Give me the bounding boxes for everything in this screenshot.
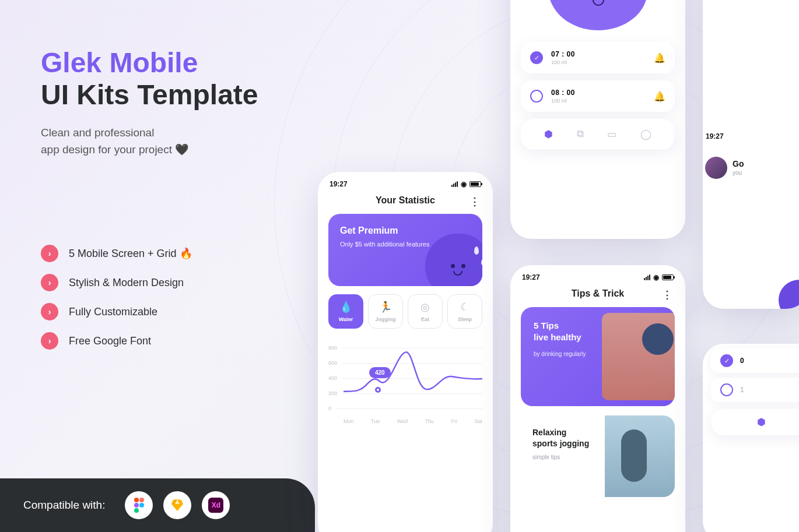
feature-text: Fully Customizable <box>69 306 157 318</box>
sketch-icon <box>163 491 191 519</box>
page-title: Your Statistic⋮ <box>318 193 493 214</box>
bottom-nav: ⬢ ⧉ ▭ ◯ <box>521 119 675 150</box>
status-bar: 19:27 ◉ <box>510 265 685 286</box>
phone-alarms: ✓ 07 : 00100 ml 🔔 08 : 00100 ml 🔔 ⬢ ⧉ ▭ … <box>510 0 685 239</box>
phone-tips: 19:27 ◉ Tips & Trick⋮ 5 Tips live health… <box>510 265 685 532</box>
hero: Glek Mobile UI Kits Template Clean and p… <box>41 47 344 158</box>
alarm-time: 07 : 00 <box>551 50 575 58</box>
status-time: 19:27 <box>706 132 724 140</box>
chevron-right-icon: › <box>41 332 58 350</box>
alarm-item[interactable]: 1 <box>711 378 799 402</box>
tip-card[interactable]: Relaxing sports jogging simple tips <box>521 415 675 497</box>
x-tick: Mon <box>344 418 354 424</box>
feature-text: 5 Mobile Screen + Grid 🔥 <box>69 247 192 260</box>
chart-badge: 420 <box>369 367 391 378</box>
alarm-volume: 100 ml <box>551 98 575 104</box>
signal-icon <box>644 274 650 280</box>
alarm-time: 08 : 00 <box>551 89 575 97</box>
status-time: 19:27 <box>522 273 540 281</box>
alarm-item[interactable]: ✓0 <box>711 348 799 373</box>
greeting-title: Go <box>733 159 744 168</box>
chevron-right-icon: › <box>41 303 58 320</box>
nav-book-icon[interactable]: ▭ <box>607 128 616 140</box>
y-tick: 200 <box>328 390 337 396</box>
chart-point <box>375 387 381 393</box>
wifi-icon: ◉ <box>461 180 467 188</box>
feature-item: ›Fully Customizable <box>41 303 192 320</box>
category-tabs: 💧Water 🏃Jogging ◎Eat ☾Sleep <box>318 286 493 337</box>
tip-image <box>605 415 675 497</box>
alarm-volume: 100 ml <box>551 59 575 65</box>
running-icon: 🏃 <box>371 301 400 313</box>
hero-title-line2: UI Kits Template <box>41 79 258 110</box>
tip-image <box>602 313 675 400</box>
bell-icon[interactable]: 🔔 <box>654 91 665 102</box>
page-title: Tips & Trick⋮ <box>510 286 685 307</box>
status-bar: 19:27 ◉ <box>318 172 493 193</box>
app-chips: Xd <box>125 491 230 519</box>
chevron-right-icon: › <box>41 274 58 291</box>
check-icon[interactable] <box>720 383 733 396</box>
decorative-circle <box>779 280 799 309</box>
hero-title: Glek Mobile UI Kits Template <box>41 47 344 111</box>
alarm-item[interactable]: ✓ 07 : 00100 ml 🔔 <box>521 42 675 73</box>
bell-icon[interactable]: 🔔 <box>654 52 665 64</box>
battery-icon <box>662 274 674 280</box>
tip-card[interactable]: 5 Tips live healthy by drinking regularl… <box>521 307 675 406</box>
nav-user-icon[interactable]: ◯ <box>640 128 651 140</box>
statistic-chart: 800 600 400 200 0 420 Mon Tue Wed Thu Fr… <box>318 337 493 428</box>
tab-eat[interactable]: ◎Eat <box>408 294 443 329</box>
moon-icon: ☾ <box>450 301 479 313</box>
xd-icon: Xd <box>202 491 230 519</box>
check-icon[interactable] <box>530 90 543 103</box>
x-tick: Sat <box>474 418 482 424</box>
tab-water[interactable]: 💧Water <box>328 294 363 329</box>
tab-jogging[interactable]: 🏃Jogging <box>368 294 403 329</box>
battery-icon <box>469 181 481 187</box>
tab-sleep[interactable]: ☾Sleep <box>447 294 482 329</box>
signal-icon <box>451 181 458 187</box>
x-tick: Fri <box>451 418 458 424</box>
avatar[interactable] <box>705 157 727 179</box>
more-icon[interactable]: ⋮ <box>662 288 672 301</box>
x-tick: Wed <box>397 418 408 424</box>
y-tick: 800 <box>328 345 337 351</box>
phone-statistic: 19:27 ◉ Your Statistic⋮ Get Premium Only… <box>318 172 493 532</box>
feature-list: ›5 Mobile Screen + Grid 🔥 ›Stylish & Mod… <box>41 245 192 361</box>
alarm-item[interactable]: 08 : 00100 ml 🔔 <box>521 80 675 112</box>
phone-calendar-partial <box>703 0 799 309</box>
status-time: 19:27 <box>330 180 348 188</box>
hero-title-line1: Glek Mobile <box>41 47 198 78</box>
more-icon[interactable]: ⋮ <box>469 195 480 208</box>
premium-card[interactable]: Get Premium Only $5 with additional feat… <box>328 214 482 286</box>
phone-alarms-partial: ✓0 1 ⬢ <box>703 344 799 532</box>
greeting-sub: you <box>733 170 742 176</box>
alarm-time-partial: 0 <box>740 357 744 365</box>
x-tick: Tue <box>371 418 380 424</box>
figma-icon <box>125 491 153 519</box>
bottom-nav: ⬢ <box>711 409 799 435</box>
hero-subtitle: Clean and professional app design for yo… <box>41 125 344 158</box>
y-tick: 400 <box>328 375 337 381</box>
water-drop-icon: 💧 <box>331 301 360 313</box>
mascot-large-icon <box>548 0 647 30</box>
compatible-label: Compatible with: <box>23 499 105 512</box>
feature-text: Free Google Font <box>69 335 151 347</box>
check-icon[interactable]: ✓ <box>720 354 733 367</box>
nav-chart-icon[interactable]: ⧉ <box>577 128 584 140</box>
target-icon: ◎ <box>411 301 440 313</box>
y-tick: 0 <box>328 406 331 411</box>
x-tick: Thu <box>425 418 434 424</box>
feature-item: ›Free Google Font <box>41 332 192 350</box>
alarm-time-partial: 1 <box>740 386 744 394</box>
y-tick: 600 <box>328 360 337 366</box>
x-axis: Mon Tue Wed Thu Fri Sat <box>328 418 482 424</box>
wifi-icon: ◉ <box>653 273 659 281</box>
feature-item: ›Stylish & Modern Design <box>41 274 192 291</box>
compatible-bar: Compatible with: Xd <box>0 478 315 532</box>
nav-home-icon[interactable]: ⬢ <box>544 128 553 140</box>
feature-text: Stylish & Modern Design <box>69 277 184 289</box>
chevron-right-icon: › <box>41 245 58 262</box>
check-icon[interactable]: ✓ <box>530 51 543 64</box>
nav-home-icon[interactable]: ⬢ <box>757 416 766 428</box>
